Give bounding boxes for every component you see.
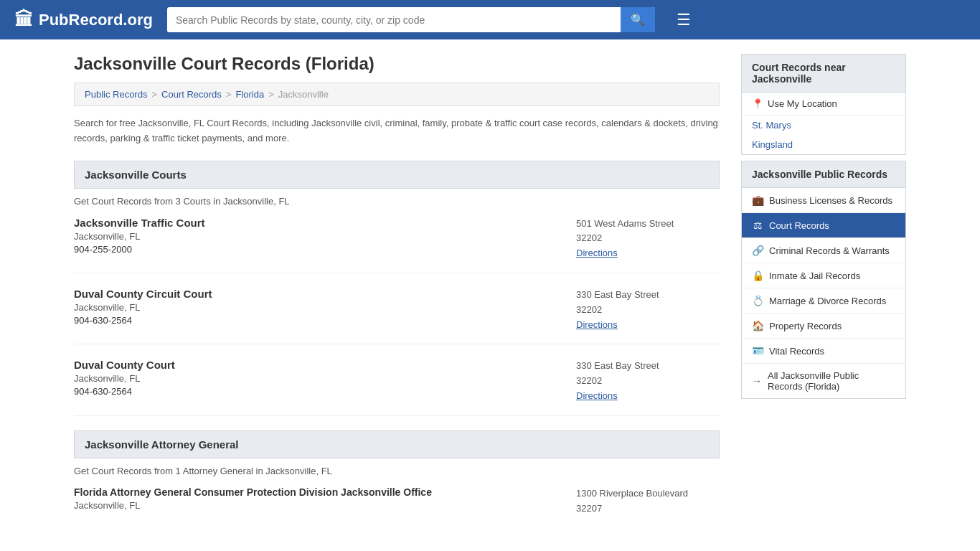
search-input[interactable] [167,9,621,32]
sidebar-label-criminal: Criminal Records & Warrants [769,245,890,256]
search-button[interactable]: 🔍 [621,7,655,32]
sidebar-nearby-st-marys[interactable]: St. Marys [742,116,905,135]
court-address-traffic: 501 West Adams Street 32202 Directions [576,217,720,261]
court-name-traffic: Jacksonville Traffic Court [74,217,562,229]
sidebar-nearby-title: Court Records near Jacksonville [741,54,906,93]
breadcrumb-florida[interactable]: Florida [235,89,264,100]
link-icon: 🔗 [752,245,763,256]
court-street-attorney: 1300 Riverplace Boulevard [576,486,720,501]
sidebar-nearby-kingsland[interactable]: Kingsland [742,135,905,154]
court-name-county: Duval County Court [74,359,562,371]
sidebar-public-records-links: 💼 Business Licenses & Records ⚖ Court Re… [741,188,906,399]
court-zip-circuit: 32202 [576,303,720,318]
court-zip-traffic: 32202 [576,231,720,246]
breadcrumb-sep3: > [268,89,274,100]
court-city-circuit: Jacksonville, FL [74,302,562,313]
attorney-section-header: Jacksonville Attorney General [74,430,720,458]
sidebar-label-business: Business Licenses & Records [769,195,892,206]
balance-icon: ⚖ [752,220,763,231]
content-area: Jacksonville Court Records (Florida) Pub… [74,54,720,539]
rings-icon: 💍 [752,295,763,306]
attorney-count: Get Court Records from 1 Attorney Genera… [74,466,720,476]
court-address-attorney: 1300 Riverplace Boulevard 32207 [576,486,720,517]
id-icon: 🪪 [752,345,763,357]
court-phone-county: 904-630-2564 [74,386,562,397]
home-icon: 🏠 [752,320,763,331]
sidebar-item-marriage[interactable]: 💍 Marriage & Divorce Records [742,288,905,314]
breadcrumb-sep1: > [151,89,157,100]
arrow-icon: → [752,375,762,387]
court-phone-circuit: 904-630-2564 [74,315,562,326]
use-location-item[interactable]: 📍 Use My Location [742,93,905,116]
sidebar-nearby-links: 📍 Use My Location St. Marys Kingsland [741,93,906,155]
breadcrumb: Public Records > Court Records > Florida… [74,83,720,106]
directions-link-county[interactable]: Directions [576,390,618,401]
court-city-county: Jacksonville, FL [74,373,562,384]
sidebar-item-business[interactable]: 💼 Business Licenses & Records [742,188,905,213]
courts-section-header: Jacksonville Courts [74,161,720,189]
breadcrumb-public-records[interactable]: Public Records [85,89,147,100]
court-info-circuit: Duval County Circuit Court Jacksonville,… [74,288,562,332]
court-street-county: 330 East Bay Street [576,359,720,374]
pin-icon: 📍 [752,98,763,109]
directions-link-traffic[interactable]: Directions [576,248,618,258]
briefcase-icon: 💼 [752,194,763,206]
sidebar-item-all[interactable]: → All Jacksonville Public Records (Flori… [742,364,905,398]
sidebar-label-marriage: Marriage & Divorce Records [769,296,886,306]
lock-icon: 🔒 [752,270,763,281]
court-city-attorney: Jacksonville, FL [74,500,562,511]
court-street-circuit: 330 East Bay Street [576,288,720,303]
breadcrumb-jacksonville: Jacksonville [278,89,329,100]
court-address-county: 330 East Bay Street 32202 Directions [576,359,720,403]
sidebar-label-court: Court Records [769,220,829,231]
sidebar-item-court[interactable]: ⚖ Court Records [742,213,905,238]
court-name-attorney: Florida Attorney General Consumer Protec… [74,486,562,498]
breadcrumb-court-records[interactable]: Court Records [161,89,222,100]
menu-icon[interactable]: ☰ [677,11,691,29]
court-entry-attorney: Florida Attorney General Consumer Protec… [74,486,720,528]
sidebar-label-vital: Vital Records [769,346,824,357]
logo-text: PubRecord.org [39,11,153,29]
court-address-circuit: 330 East Bay Street 32202 Directions [576,288,720,332]
court-info-attorney: Florida Attorney General Consumer Protec… [74,486,562,517]
court-info-county: Duval County Court Jacksonville, FL 904-… [74,359,562,403]
sidebar-label-all: All Jacksonville Public Records (Florida… [768,370,895,392]
search-bar: 🔍 [167,7,655,32]
court-phone-traffic: 904-255-2000 [74,244,562,255]
court-street-traffic: 501 West Adams Street [576,217,720,232]
sidebar-public-records-title: Jacksonville Public Records [741,161,906,188]
sidebar-item-inmate[interactable]: 🔒 Inmate & Jail Records [742,263,905,288]
site-logo[interactable]: 🏛 PubRecord.org [14,9,153,31]
sidebar-label-property: Property Records [769,321,842,331]
court-entry-circuit: Duval County Circuit Court Jacksonville,… [74,288,720,344]
page-title: Jacksonville Court Records (Florida) [74,54,720,74]
court-info-traffic: Jacksonville Traffic Court Jacksonville,… [74,217,562,261]
court-zip-county: 32202 [576,374,720,389]
sidebar-item-criminal[interactable]: 🔗 Criminal Records & Warrants [742,238,905,263]
sidebar-label-inmate: Inmate & Jail Records [769,270,860,281]
court-entry-county: Duval County Court Jacksonville, FL 904-… [74,359,720,415]
sidebar: Court Records near Jacksonville 📍 Use My… [741,54,906,539]
breadcrumb-sep2: > [226,89,232,100]
sidebar-item-property[interactable]: 🏠 Property Records [742,314,905,339]
courts-count: Get Court Records from 3 Courts in Jacks… [74,196,720,207]
site-header: 🏛 PubRecord.org 🔍 ☰ [0,0,980,39]
court-zip-attorney: 32207 [576,501,720,517]
court-name-circuit: Duval County Circuit Court [74,288,562,300]
sidebar-item-vital[interactable]: 🪪 Vital Records [742,339,905,364]
court-entry-traffic: Jacksonville Traffic Court Jacksonville,… [74,217,720,273]
logo-icon: 🏛 [14,9,33,31]
court-city-traffic: Jacksonville, FL [74,231,562,242]
intro-text: Search for free Jacksonville, FL Court R… [74,116,720,146]
use-location-label: Use My Location [768,98,837,109]
directions-link-circuit[interactable]: Directions [576,319,618,330]
main-container: Jacksonville Court Records (Florida) Pub… [60,39,920,551]
